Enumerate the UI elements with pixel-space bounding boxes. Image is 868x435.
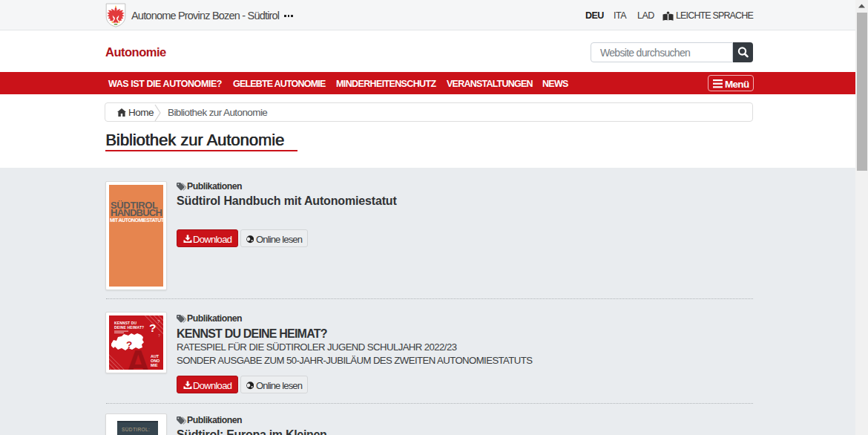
svg-text:?: ? <box>157 319 160 324</box>
svg-text:?: ? <box>158 333 160 338</box>
svg-text:MIE: MIE <box>151 363 158 367</box>
svg-text:DEINE HEIMAT?: DEINE HEIMAT? <box>114 326 144 330</box>
svg-text:?: ? <box>126 339 132 350</box>
svg-text:KENNST DU: KENNST DU <box>114 321 137 325</box>
svg-text:?: ? <box>149 321 156 334</box>
